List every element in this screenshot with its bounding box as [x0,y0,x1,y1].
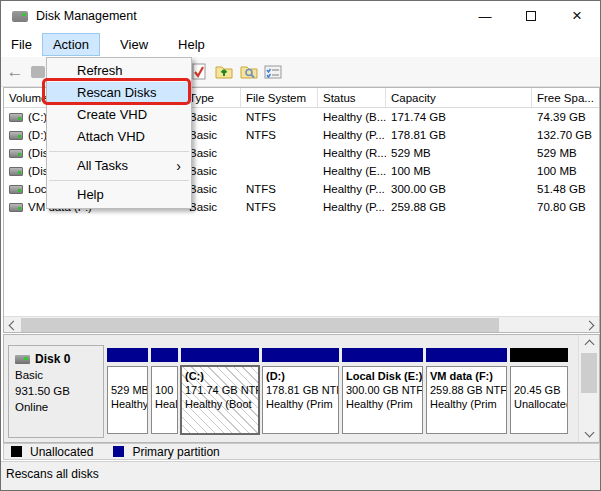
horizontal-scrollbar-thumb[interactable] [21,318,499,332]
legend-bar: Unallocated Primary partition [3,443,600,460]
volume-status: Healthy (P... [318,201,386,213]
partition-color-bar [426,348,507,362]
menu-file[interactable]: File [1,33,42,56]
menu-item-help[interactable]: Help [47,184,191,206]
close-icon: × [572,6,582,26]
volume-icon [9,131,23,140]
unallocated-swatch [11,446,22,457]
disk-type: Basic [15,367,103,383]
col-status[interactable]: Status [318,88,386,107]
volume-name: (C:) [28,111,47,123]
title-bar: Disk Management — × [1,1,600,31]
volume-fs: NTFS [241,111,318,123]
disk0-card[interactable]: Disk 0 Basic 931.50 GB Online [8,345,104,438]
legend-primary-label: Primary partition [132,445,219,459]
menu-item-create-vhd[interactable]: Create VHD [47,104,191,126]
status-text: Rescans all disks [6,467,99,481]
menu-bar: File Action View Help [1,31,600,57]
scroll-down-icon[interactable] [579,426,599,442]
volume-capacity: 171.74 GB [386,111,532,123]
scroll-up-icon[interactable] [579,335,599,351]
back-arrow-icon[interactable]: ← [5,62,25,82]
maximize-icon [526,11,536,21]
vertical-scrollbar-thumb[interactable] [581,353,597,393]
volume-free: 70.80 GB [532,201,599,213]
menu-item-all-tasks[interactable]: All Tasks› [47,155,191,177]
status-bar: Rescans all disks [1,461,600,491]
document-check-icon[interactable] [189,62,209,82]
partition-block-d[interactable]: (D:)178.81 GB NTFSHealthy (Prim [262,348,339,436]
scroll-left-icon[interactable] [4,317,20,333]
submenu-arrow-icon: › [176,155,181,177]
legend-unallocated-label: Unallocated [30,445,93,459]
checklist-icon[interactable] [263,62,283,82]
disk-status: Online [15,399,103,415]
volume-icon [9,149,23,158]
volume-capacity: 259.88 GB [386,201,532,213]
volume-fs: NTFS [241,201,318,213]
volume-status: Healthy (R... [318,147,386,159]
disk-name: Disk 0 [35,351,70,367]
hidden-icon[interactable] [31,66,45,78]
col-free-space[interactable]: Free Spa... [532,88,599,107]
partition-color-bar [151,348,178,362]
volume-free: 132.70 GB [532,129,599,141]
minimize-icon: — [479,9,492,24]
menu-item-attach-vhd[interactable]: Attach VHD [47,126,191,148]
partition-block-recovery[interactable]: 529 MBHealthy ( [107,348,148,436]
disk-graphical-pane: Disk 0 Basic 931.50 GB Online 529 MBHeal… [3,334,600,443]
volume-free: 51.48 GB [532,183,599,195]
rescan-disks-annotation-box [42,78,191,105]
volume-type: Basic [184,165,241,177]
disk-size: 931.50 GB [15,383,103,399]
volume-icon [9,167,23,176]
volume-status: Healthy (E... [318,165,386,177]
partition-block-e[interactable]: Local Disk (E:)300.00 GB NTFSHealthy (Pr… [342,348,423,436]
volume-name: (D:) [28,129,47,141]
volume-icon [9,185,23,194]
volume-icon [9,203,23,212]
volume-icon [9,113,23,122]
volume-type: Basic [184,147,241,159]
partition-color-bar [107,348,148,362]
folder-search-icon[interactable] [239,62,259,82]
partition-color-bar [181,348,259,362]
menu-separator [49,180,189,181]
partition-block-c[interactable]: (C:)171.74 GB NTFSHealthy (Boot [181,348,259,436]
horizontal-scrollbar[interactable] [4,316,599,332]
partition-color-bar [510,348,568,362]
volume-type: Basic [184,129,241,141]
volume-type: Basic [184,111,241,123]
volume-capacity: 300.00 GB [386,183,532,195]
volume-type: Basic [184,183,241,195]
maximize-button[interactable] [508,1,554,31]
volume-free: 529 MB [532,147,599,159]
volume-capacity: 529 MB [386,147,532,159]
col-file-system[interactable]: File System [241,88,318,107]
partition-color-bar [342,348,423,362]
volume-fs: NTFS [241,129,318,141]
partition-block-f[interactable]: VM data (F:)259.88 GB NTFSHealthy (Prim [426,348,507,436]
folder-export-icon[interactable] [214,62,234,82]
menu-separator [49,151,189,152]
partition-color-bar [262,348,339,362]
volume-fs: NTFS [241,183,318,195]
menu-view[interactable]: View [110,33,158,56]
disk-management-window: Disk Management — × File Action View Hel… [0,0,601,491]
col-capacity[interactable]: Capacity [386,88,532,107]
volume-capacity: 100 MB [386,165,532,177]
volume-capacity: 178.81 GB [386,129,532,141]
volume-status: Healthy (P... [318,183,386,195]
menu-help[interactable]: Help [168,33,215,56]
volume-status: Healthy (B... [318,111,386,123]
volume-free: 74.39 GB [532,111,599,123]
vertical-scrollbar[interactable] [578,335,598,442]
menu-action[interactable]: Action [42,33,100,56]
partition-block-unallocated[interactable]: 20.45 GBUnallocated [510,348,568,436]
close-button[interactable]: × [554,1,600,31]
minimize-button[interactable]: — [462,1,508,31]
col-type[interactable]: Type [184,88,241,107]
partition-block-efi[interactable]: 100 MBHealthy [151,348,178,436]
volume-status: Healthy (P... [318,129,386,141]
scroll-right-icon[interactable] [583,317,599,333]
